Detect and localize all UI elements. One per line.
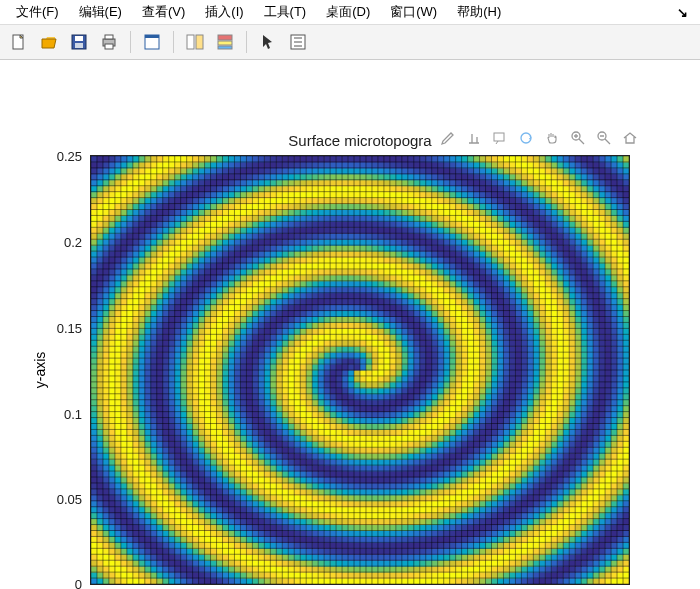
zoom-out-button[interactable] (594, 128, 614, 148)
ytick-3: 0.15 (57, 321, 82, 336)
menu-edit[interactable]: 编辑(E) (69, 1, 132, 23)
pan-icon (544, 130, 560, 146)
svg-rect-13 (218, 41, 232, 45)
menu-tools[interactable]: 工具(T) (254, 1, 317, 23)
svg-rect-9 (145, 35, 159, 38)
new-figure-button[interactable] (139, 29, 165, 55)
insert-colorbar-button[interactable] (212, 29, 238, 55)
open-button[interactable] (36, 29, 62, 55)
pointer-icon (259, 33, 277, 51)
svg-rect-19 (494, 133, 504, 141)
home-icon (622, 130, 638, 146)
new-file-icon (10, 33, 28, 51)
panel-icon (186, 33, 204, 51)
brush-button[interactable] (438, 128, 458, 148)
properties-button[interactable] (285, 29, 311, 55)
open-icon (40, 33, 58, 51)
y-axis-label-wrap: y-axis (30, 155, 50, 585)
print-icon (100, 33, 118, 51)
y-axis-label: y-axis (32, 352, 48, 389)
menu-insert[interactable]: 插入(I) (195, 1, 253, 23)
print-button[interactable] (96, 29, 122, 55)
figure-icon (143, 33, 161, 51)
dock-arrow-icon[interactable]: ↘ (671, 5, 694, 20)
menu-bar: 文件(F) 编辑(E) 查看(V) 插入(I) 工具(T) 桌面(D) 窗口(W… (0, 0, 700, 25)
svg-rect-4 (75, 43, 83, 48)
save-button[interactable] (66, 29, 92, 55)
data-tips-icon (492, 130, 508, 146)
ytick-4: 0.2 (64, 235, 82, 250)
rotate3d-icon (518, 130, 534, 146)
properties-icon (289, 33, 307, 51)
ytick-0: 0 (75, 577, 82, 589)
toolbar-separator (173, 31, 174, 53)
zoom-in-icon (570, 130, 586, 146)
home-button[interactable] (620, 128, 640, 148)
brush-icon (440, 130, 456, 146)
toolbar-separator (246, 31, 247, 53)
svg-rect-6 (105, 35, 113, 39)
link-figure-button[interactable] (182, 29, 208, 55)
ytick-2: 0.1 (64, 407, 82, 422)
data-tips-button[interactable] (490, 128, 510, 148)
toolbar (0, 25, 700, 60)
svg-rect-14 (218, 46, 232, 49)
edit-plot-button[interactable] (464, 128, 484, 148)
new-file-button[interactable] (6, 29, 32, 55)
zoom-out-icon (596, 130, 612, 146)
ytick-1: 0.05 (57, 492, 82, 507)
menu-window[interactable]: 窗口(W) (380, 1, 447, 23)
pointer-button[interactable] (255, 29, 281, 55)
figure-area: Surface microtopogra 0 0.05 0.1 0.15 0.2… (0, 60, 700, 589)
svg-point-20 (521, 133, 531, 143)
save-icon (70, 33, 88, 51)
pan-button[interactable] (542, 128, 562, 148)
panel2-icon (216, 33, 234, 51)
svg-rect-12 (218, 35, 232, 40)
menu-help[interactable]: 帮助(H) (447, 1, 511, 23)
menu-desktop[interactable]: 桌面(D) (316, 1, 380, 23)
svg-rect-3 (75, 36, 83, 41)
toolbar-separator (130, 31, 131, 53)
ytick-5: 0.25 (57, 149, 82, 164)
zoom-in-button[interactable] (568, 128, 588, 148)
menu-file[interactable]: 文件(F) (6, 1, 69, 23)
heatmap-surface (91, 156, 629, 584)
svg-rect-7 (105, 44, 113, 49)
edit-plot-icon (466, 130, 482, 146)
svg-rect-10 (187, 35, 194, 49)
axes[interactable] (90, 155, 630, 585)
figure-tools (438, 128, 640, 148)
svg-rect-11 (196, 35, 203, 49)
rotate3d-button[interactable] (516, 128, 536, 148)
menu-view[interactable]: 查看(V) (132, 1, 195, 23)
